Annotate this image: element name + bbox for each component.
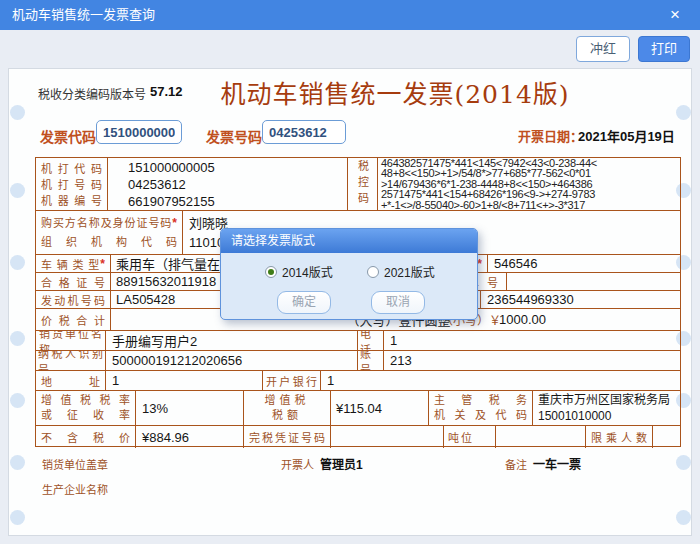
address-value-cell: 1 <box>106 371 263 391</box>
decorative-dot <box>10 105 25 120</box>
decorative-dot <box>10 331 25 346</box>
decorative-dot <box>10 510 25 525</box>
app-window: 机动车销售统一发票查询 × 冲红 打印 税收分类编码版本号 57.12 机动车销… <box>0 0 700 544</box>
manufacturer-label: 生产企业名称 <box>42 481 108 497</box>
window-title: 机动车销售统一发票查询 <box>12 0 155 30</box>
vin-value-cell: 236544969330 <box>481 291 681 309</box>
tax-cert-label-cell: 完税凭证号码 <box>244 426 331 448</box>
taxpayer-label-cell: 纳税人识别号 <box>36 351 106 371</box>
decorative-dot <box>10 393 25 408</box>
print-button[interactable]: 打印 <box>638 36 690 62</box>
ok-button[interactable]: 确定 <box>277 291 331 314</box>
tax-cert-value-cell <box>331 426 444 448</box>
address-label-cell: 地址 <box>36 371 106 391</box>
tax-code-version-label: 税收分类编码版本号 <box>38 85 146 102</box>
bank-value-cell: 1 <box>321 371 681 391</box>
flush-red-button[interactable]: 冲红 <box>576 36 630 62</box>
machine-codes-value-cell: 151000000005 04253612 661907952155 <box>108 158 348 211</box>
required-mark: * <box>100 257 105 271</box>
tax-control-code-cell: 464382571475*441<145<7942<43<0-238-44< 4… <box>378 158 681 211</box>
ex-tax-value-cell: ¥884.96 <box>136 426 244 448</box>
required-mark: * <box>172 214 177 233</box>
remark-value: 一车一票 <box>533 455 581 472</box>
title-bar: 机动车销售统一发票查询 × <box>0 0 700 30</box>
tonnage-label-cell: 吨位 <box>444 426 496 448</box>
buyer-label-cell: 购买方名称及身份证号码* 组织机构代码 <box>36 211 183 255</box>
vat-rate-value-cell: 13% <box>136 391 244 426</box>
decorative-dot <box>10 455 25 470</box>
seller-value-cell: 手册编写用户2 <box>106 331 358 351</box>
decorative-dot <box>676 455 691 470</box>
tonnage-value-cell <box>496 426 586 448</box>
inspection-value-cell <box>507 273 681 291</box>
certificate-label-cell: 合格证号 <box>36 273 111 291</box>
invoice-number-input[interactable] <box>262 120 346 144</box>
total-label-cell: 价税合计 <box>36 309 111 331</box>
issuer-value: 管理员1 <box>320 455 363 472</box>
authority-label-cell: 主管税务 机关及代码 <box>429 391 533 426</box>
account-value-cell: 213 <box>384 351 681 371</box>
capacity-label-cell: 限乘人数 <box>586 426 653 448</box>
decorative-dot <box>676 510 691 525</box>
ex-tax-label-cell: 不含税价 <box>36 426 136 448</box>
invoice-title: 机动车销售统一发票(2014版) <box>215 74 575 110</box>
machine-codes-label-cell: 机打代码 机打号码 机器编号 <box>36 158 108 211</box>
phone-label-cell: 电话 <box>358 331 384 351</box>
brand-model-value-cell: 546546 <box>488 255 681 273</box>
bank-label-cell: 开户银行 <box>263 371 321 391</box>
invoice-code-input[interactable] <box>96 120 182 144</box>
vat-amount-label-cell: 增值税 税额 <box>244 391 331 426</box>
engine-label-cell: 发动机号码 <box>36 291 111 309</box>
vat-rate-label-cell: 增值税税率 或征收率 <box>36 391 136 426</box>
total-lower-value: 1000.00 <box>499 312 546 327</box>
close-icon[interactable]: × <box>664 4 686 26</box>
cancel-button[interactable]: 取消 <box>371 291 425 314</box>
tax-control-label-cell: 税控码 <box>348 158 378 211</box>
issue-date-value: 2021年05月19日 <box>578 126 675 145</box>
issue-date-label: 开票日期： <box>518 126 583 145</box>
seller-label-cell: 销货单位名称 <box>36 331 106 351</box>
authority-value-cell: 重庆市万州区国家税务局 15001010000 <box>533 391 681 426</box>
tax-code-version-value: 57.12 <box>150 84 183 99</box>
account-label-cell: 账号 <box>358 351 384 371</box>
remark-label: 备注 <box>505 456 527 472</box>
vehicle-type-label-cell: 车辆类型* <box>36 255 111 273</box>
dialog-title: 请选择发票版式 <box>221 229 477 253</box>
phone-value-cell: 1 <box>384 331 681 351</box>
radio-2021[interactable]: 2021版式 <box>367 263 435 280</box>
radio-2014[interactable]: 2014版式 <box>265 263 333 280</box>
decorative-dot <box>10 255 25 270</box>
decorative-dot <box>676 105 691 120</box>
version-dialog: 请选择发票版式 2014版式 2021版式 确定 取消 <box>220 228 478 320</box>
vat-amount-value-cell: ¥115.04 <box>331 391 429 426</box>
radio-selected-icon <box>265 266 277 278</box>
required-mark: * <box>477 257 482 271</box>
taxpayer-value-cell: 500000191212020656 <box>106 351 358 371</box>
seller-stamp-label: 销货单位盖章 <box>42 456 108 472</box>
radio-unselected-icon <box>367 266 379 278</box>
capacity-value-cell <box>653 426 681 448</box>
decorative-dot <box>10 183 25 198</box>
issuer-label: 开票人 <box>281 456 314 472</box>
